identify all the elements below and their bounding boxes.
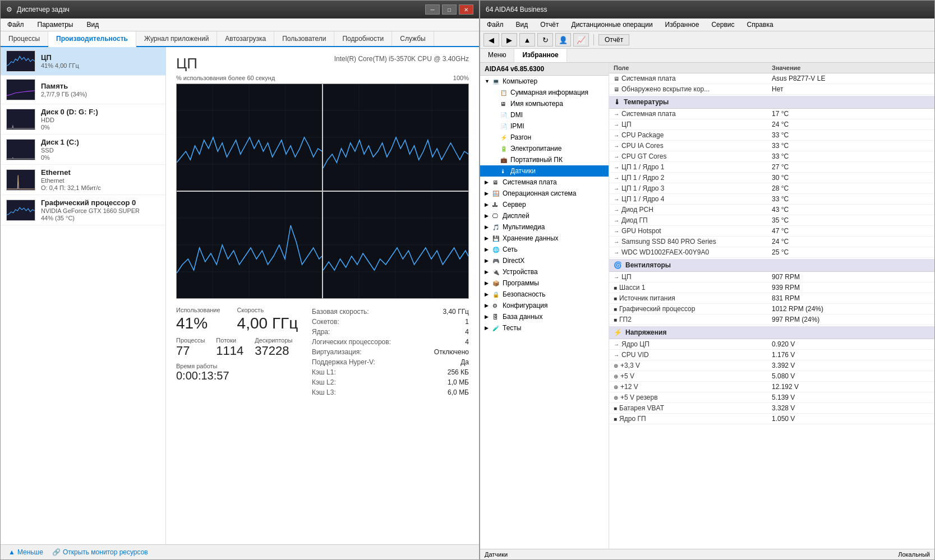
- aida-tab-menu[interactable]: Меню: [480, 49, 514, 62]
- data-row[interactable]: 🖥 Обнаружено вскрытие кор... Нет: [609, 84, 934, 95]
- tree-item--[interactable]: ▶ 🪟 Операционная система: [480, 188, 609, 199]
- maximize-button[interactable]: □: [442, 4, 457, 15]
- sidebar-item-gpu[interactable]: Графический процессор 0 NVIDIA GeForce G…: [1, 195, 165, 225]
- tree-item-directx[interactable]: ▶ 🎮 DirectX: [480, 255, 609, 266]
- data-row-icon: →: [614, 228, 619, 234]
- toolbar-chart[interactable]: 📈: [573, 33, 589, 47]
- data-row[interactable]: ⊕ +5 V 5.080 V: [609, 371, 934, 382]
- aida-menu-view[interactable]: Вид: [514, 20, 531, 30]
- tab-startup[interactable]: Автозагрузка: [217, 31, 274, 46]
- menu-file[interactable]: Файл: [5, 20, 26, 30]
- data-row[interactable]: 🖥 Системная плата Asus P8Z77-V LE: [609, 73, 934, 84]
- tree-item-[interactable]: ▼ 💻 Компьютер: [480, 76, 609, 87]
- tree-item-[interactable]: ▶ ⚙ Конфигурация: [480, 300, 609, 311]
- data-row[interactable]: ■ Ядро ГП 1.050 V: [609, 414, 934, 424]
- monitor-button[interactable]: 🔗 Открыть монитор ресурсов: [52, 548, 148, 556]
- data-key: → ЦП 1 / Ядро 1: [614, 163, 772, 171]
- aida-menu-favorites[interactable]: Избранное: [663, 20, 702, 30]
- toolbar-up[interactable]: ▲: [519, 33, 535, 47]
- data-row[interactable]: ⊕ +5 V резерв 5.139 V: [609, 392, 934, 403]
- toolbar-refresh[interactable]: ↻: [537, 33, 553, 47]
- data-row[interactable]: ■ Графический процессор 1012 RPM (24%): [609, 304, 934, 314]
- data-row[interactable]: → CPU IA Cores 33 °C: [609, 141, 934, 151]
- tab-apphistory[interactable]: Журнал приложений: [136, 31, 217, 46]
- data-row[interactable]: ⊕ +3,3 V 3.392 V: [609, 360, 934, 371]
- tree-item--[interactable]: ▶ 💾 Хранение данных: [480, 233, 609, 244]
- tab-services[interactable]: Службы: [392, 31, 434, 46]
- tree-item-dmi[interactable]: 📄 DMI: [480, 109, 609, 121]
- menu-params[interactable]: Параметры: [35, 20, 76, 30]
- minimize-button[interactable]: ─: [425, 4, 440, 15]
- sidebar-item-disk1[interactable]: Диск 1 (C:) SSD 0%: [1, 135, 165, 165]
- data-row[interactable]: → Samsung SSD 840 PRO Series 24 °C: [609, 237, 934, 247]
- tree-item-[interactable]: ▶ 🔒 Безопасность: [480, 289, 609, 300]
- close-button[interactable]: ✕: [459, 4, 473, 15]
- spec-val: 1: [465, 318, 469, 326]
- tree-item-[interactable]: 🌡 Датчики: [480, 165, 609, 177]
- data-row[interactable]: → ЦП 1 / Ядро 4 33 °C: [609, 194, 934, 205]
- aida-menu-help[interactable]: Справка: [745, 20, 776, 30]
- tree-item-ipmi[interactable]: 📄 IPMI: [480, 121, 609, 132]
- data-row[interactable]: → CPU GT Cores 33 °C: [609, 151, 934, 162]
- less-button[interactable]: ▲ Меньше: [8, 548, 43, 556]
- sidebar-item-ethernet[interactable]: Ethernet Ethernet О: 0,4 П: 32,1 Мбит/с: [1, 165, 165, 195]
- aida-menu-file[interactable]: Файл: [485, 20, 506, 30]
- data-row[interactable]: → CPU Package 33 °C: [609, 130, 934, 141]
- data-row[interactable]: → ЦП 907 RPM: [609, 272, 934, 283]
- data-key: ■ Батарея VBAT: [614, 404, 772, 412]
- data-row[interactable]: → Диод ГП 35 °C: [609, 215, 934, 226]
- tree-item--[interactable]: 🖥 Имя компьютера: [480, 98, 609, 109]
- data-row[interactable]: ■ ГП2 997 RPM (24%): [609, 314, 934, 325]
- tree-item-[interactable]: ▶ 🌐 Сеть: [480, 244, 609, 255]
- aida-tab-favorites[interactable]: Избранное: [514, 49, 566, 62]
- data-row[interactable]: → ЦП 1 / Ядро 1 27 °C: [609, 162, 934, 173]
- tree-item-[interactable]: ▶ 🖧 Сервер: [480, 199, 609, 210]
- menu-view[interactable]: Вид: [84, 20, 101, 30]
- sidebar-item-memory[interactable]: Память 2,7/7,9 ГБ (34%): [1, 76, 165, 104]
- tree-item--[interactable]: 💼 Портативный ПК: [480, 154, 609, 165]
- tab-performance[interactable]: Производительность: [48, 31, 136, 47]
- tree-item-[interactable]: ▶ 🎵 Мультимедиа: [480, 221, 609, 233]
- aida-menu-service[interactable]: Сервис: [709, 20, 736, 30]
- data-val: Asus P8Z77-V LE: [772, 75, 930, 82]
- data-row[interactable]: → GPU Hotspot 47 °C: [609, 226, 934, 237]
- data-row[interactable]: → Системная плата 17 °C: [609, 109, 934, 119]
- spec-key: Виртуализация:: [312, 348, 362, 356]
- data-row[interactable]: → ЦП 1 / Ядро 2 30 °C: [609, 173, 934, 183]
- sidebar-item-disk0[interactable]: Диск 0 (D: G: F:) HDD 0%: [1, 104, 165, 135]
- tree-item--[interactable]: ▶ 🗄 База данных: [480, 311, 609, 322]
- data-row[interactable]: → CPU VID 1.176 V: [609, 350, 934, 360]
- data-row[interactable]: ■ Шасси 1 939 RPM: [609, 283, 934, 293]
- toolbar-user[interactable]: 👤: [555, 33, 571, 47]
- tree-item-[interactable]: ⚡ Разгон: [480, 132, 609, 143]
- aida-menu-remote[interactable]: Дистанционные операции: [569, 20, 655, 30]
- tree-item-[interactable]: ▶ 🔌 Устройства: [480, 266, 609, 277]
- processes-value: 77: [176, 344, 205, 358]
- data-row[interactable]: ■ Источник питания 831 RPM: [609, 293, 934, 304]
- toolbar-forward[interactable]: ▶: [501, 33, 517, 47]
- aida-menu-report[interactable]: Отчёт: [538, 20, 561, 30]
- tree-item-[interactable]: ▶ 🖵 Дисплей: [480, 210, 609, 221]
- tab-processes[interactable]: Процессы: [1, 31, 48, 46]
- data-row[interactable]: → ЦП 24 °C: [609, 119, 934, 130]
- tab-details[interactable]: Подробности: [334, 31, 392, 46]
- data-row-icon: →: [614, 175, 619, 181]
- data-row[interactable]: → Диод PCH 43 °C: [609, 205, 934, 215]
- toolbar-back[interactable]: ◀: [483, 33, 499, 47]
- tree-item--[interactable]: ▶ 🖥 Системная плата: [480, 177, 609, 188]
- threads-block: Потоки 1114: [216, 337, 243, 358]
- tree-item-[interactable]: ▶ 🧪 Тесты: [480, 322, 609, 334]
- data-row[interactable]: → ЦП 1 / Ядро 3 28 °C: [609, 183, 934, 194]
- tree-item-[interactable]: ▶ 📦 Программы: [480, 277, 609, 289]
- data-row[interactable]: → WDC WD1002FAEX-00Y9A0 25 °C: [609, 247, 934, 258]
- sidebar-item-cpu[interactable]: ЦП 41% 4,00 ГГц: [1, 47, 165, 76]
- toolbar-report-btn[interactable]: Отчёт: [598, 34, 629, 45]
- tree-item--[interactable]: 📋 Суммарная информация: [480, 87, 609, 98]
- data-row[interactable]: ■ Батарея VBAT 3.328 V: [609, 403, 934, 414]
- data-val: 3.392 V: [772, 362, 930, 369]
- tree-item-label: DMI: [510, 111, 604, 119]
- tab-users[interactable]: Пользователи: [274, 31, 334, 46]
- tree-item-[interactable]: 🔋 Электропитание: [480, 143, 609, 154]
- data-row[interactable]: → Ядро ЦП 0.920 V: [609, 339, 934, 350]
- data-row[interactable]: ⊕ +12 V 12.192 V: [609, 382, 934, 392]
